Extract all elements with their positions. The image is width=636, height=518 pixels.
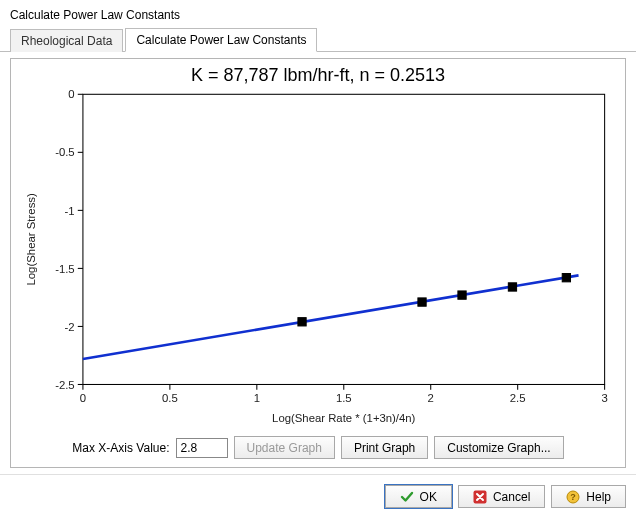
chart-svg: 00.511.522.53-2.5-2-1.5-1-0.50Log(Shear … — [19, 86, 617, 428]
svg-rect-32 — [458, 291, 466, 299]
tabstrip: Rheological Data Calculate Power Law Con… — [0, 28, 636, 52]
help-button[interactable]: ? Help — [551, 485, 626, 508]
window-title: Calculate Power Law Constants — [0, 0, 636, 28]
svg-text:?: ? — [571, 492, 577, 502]
svg-text:-2.5: -2.5 — [55, 379, 75, 391]
customize-graph-button[interactable]: Customize Graph... — [434, 436, 563, 459]
svg-text:Log(Shear Rate * (1+3n)/4n): Log(Shear Rate * (1+3n)/4n) — [272, 412, 416, 424]
print-graph-button[interactable]: Print Graph — [341, 436, 428, 459]
svg-text:2: 2 — [428, 392, 434, 404]
svg-text:3: 3 — [601, 392, 607, 404]
check-icon — [400, 490, 414, 504]
svg-text:Log(Shear Stress): Log(Shear Stress) — [26, 193, 38, 286]
tab-calculate-power-law-constants[interactable]: Calculate Power Law Constants — [125, 28, 317, 52]
svg-text:-2: -2 — [65, 321, 75, 333]
svg-rect-33 — [508, 283, 516, 291]
svg-rect-0 — [83, 94, 605, 384]
max-x-label: Max X-Axis Value: — [72, 441, 169, 455]
svg-text:-1.5: -1.5 — [55, 263, 75, 275]
dialog-footer: OK Cancel ? Help — [0, 474, 636, 518]
max-x-input[interactable] — [176, 438, 228, 458]
svg-text:-0.5: -0.5 — [55, 146, 75, 158]
chart-frame: K = 87,787 lbm/hr-ft, n = 0.2513 00.511.… — [10, 58, 626, 468]
svg-text:0.5: 0.5 — [162, 392, 178, 404]
svg-line-29 — [83, 275, 579, 359]
svg-text:1.5: 1.5 — [336, 392, 352, 404]
close-icon — [473, 490, 487, 504]
chart-series — [83, 274, 579, 359]
cancel-label: Cancel — [493, 490, 530, 504]
svg-text:2.5: 2.5 — [510, 392, 526, 404]
chart-controls: Max X-Axis Value: Update Graph Print Gra… — [11, 428, 625, 467]
svg-rect-34 — [562, 274, 570, 282]
help-icon: ? — [566, 490, 580, 504]
svg-rect-31 — [418, 298, 426, 306]
update-graph-button[interactable]: Update Graph — [234, 436, 335, 459]
svg-text:1: 1 — [254, 392, 260, 404]
ok-label: OK — [420, 490, 437, 504]
window: Calculate Power Law Constants Rheologica… — [0, 0, 636, 518]
ok-button[interactable]: OK — [385, 485, 452, 508]
tab-panel: K = 87,787 lbm/hr-ft, n = 0.2513 00.511.… — [0, 52, 636, 474]
svg-text:0: 0 — [68, 88, 74, 100]
chart-axes: 00.511.522.53-2.5-2-1.5-1-0.50Log(Shear … — [26, 88, 608, 423]
svg-text:-1: -1 — [65, 204, 75, 216]
cancel-button[interactable]: Cancel — [458, 485, 545, 508]
help-label: Help — [586, 490, 611, 504]
svg-text:0: 0 — [80, 392, 86, 404]
chart-title: K = 87,787 lbm/hr-ft, n = 0.2513 — [11, 59, 625, 86]
svg-rect-30 — [298, 318, 306, 326]
plot-area: 00.511.522.53-2.5-2-1.5-1-0.50Log(Shear … — [19, 86, 617, 428]
tab-rheological-data[interactable]: Rheological Data — [10, 29, 123, 52]
